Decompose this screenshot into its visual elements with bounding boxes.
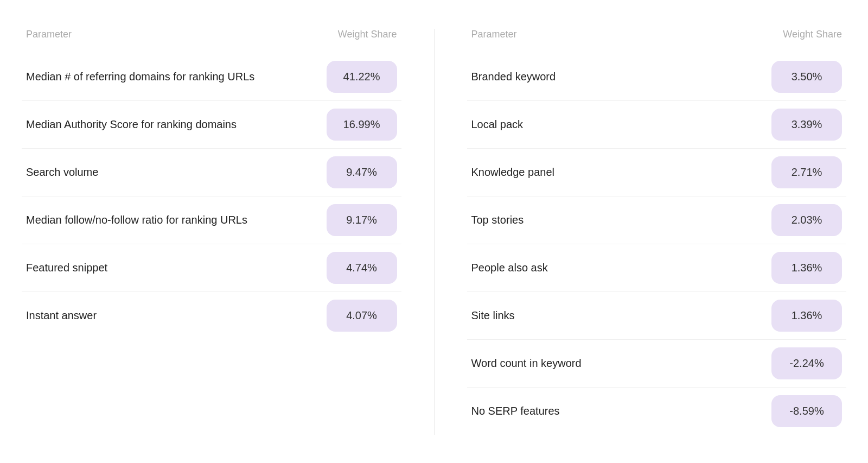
param-label: Search volume <box>26 164 327 180</box>
weight-badge: 2.71% <box>771 156 842 188</box>
table-row: Site links 1.36% <box>467 292 847 340</box>
table-row: Median # of referring domains for rankin… <box>22 53 401 101</box>
weight-badge: 1.36% <box>771 252 842 284</box>
param-label: People also ask <box>471 260 772 275</box>
weight-badge: 9.47% <box>327 156 397 188</box>
weight-badge: 3.50% <box>771 61 842 93</box>
main-container: Parameter Weight Share Median # of refer… <box>22 29 846 435</box>
table-row: Median follow/no-follow ratio for rankin… <box>22 196 401 244</box>
right-rows: Branded keyword 3.50% Local pack 3.39% K… <box>467 53 847 435</box>
table-row: Featured snippet 4.74% <box>22 244 401 292</box>
param-label: Word count in keyword <box>471 356 772 371</box>
table-row: Top stories 2.03% <box>467 196 847 244</box>
weight-badge: 41.22% <box>327 61 397 93</box>
column-divider <box>434 29 435 435</box>
weight-badge: 4.07% <box>327 300 397 332</box>
table-row: Search volume 9.47% <box>22 149 401 196</box>
table-row: Local pack 3.39% <box>467 101 847 149</box>
param-label: Local pack <box>471 117 772 132</box>
weight-badge: -8.59% <box>771 395 842 427</box>
weight-badge: 1.36% <box>771 300 842 332</box>
table-row: No SERP features -8.59% <box>467 388 847 435</box>
right-column-header: Parameter Weight Share <box>467 29 847 40</box>
param-label: Featured snippet <box>26 260 327 275</box>
weight-badge: 3.39% <box>771 109 842 141</box>
right-header-weight: Weight Share <box>783 29 842 40</box>
table-row: Branded keyword 3.50% <box>467 53 847 101</box>
table-row: People also ask 1.36% <box>467 244 847 292</box>
param-label: Instant answer <box>26 308 327 323</box>
right-column: Parameter Weight Share Branded keyword 3… <box>467 29 847 435</box>
left-rows: Median # of referring domains for rankin… <box>22 53 401 339</box>
param-label: Site links <box>471 308 772 323</box>
table-row: Instant answer 4.07% <box>22 292 401 339</box>
param-label: Top stories <box>471 212 772 227</box>
table-row: Median Authority Score for ranking domai… <box>22 101 401 149</box>
left-header-param: Parameter <box>26 29 72 40</box>
left-header-weight: Weight Share <box>338 29 397 40</box>
param-label: No SERP features <box>471 403 772 418</box>
weight-badge: 4.74% <box>327 252 397 284</box>
weight-badge: 2.03% <box>771 204 842 236</box>
param-label: Branded keyword <box>471 69 772 84</box>
param-label: Median # of referring domains for rankin… <box>26 69 327 84</box>
right-header-param: Parameter <box>471 29 517 40</box>
weight-badge: -2.24% <box>771 347 842 379</box>
table-row: Knowledge panel 2.71% <box>467 149 847 196</box>
left-column: Parameter Weight Share Median # of refer… <box>22 29 401 435</box>
weight-badge: 16.99% <box>327 109 397 141</box>
param-label: Median follow/no-follow ratio for rankin… <box>26 212 327 227</box>
param-label: Median Authority Score for ranking domai… <box>26 117 327 132</box>
table-row: Word count in keyword -2.24% <box>467 340 847 388</box>
weight-badge: 9.17% <box>327 204 397 236</box>
param-label: Knowledge panel <box>471 164 772 180</box>
left-column-header: Parameter Weight Share <box>22 29 401 40</box>
